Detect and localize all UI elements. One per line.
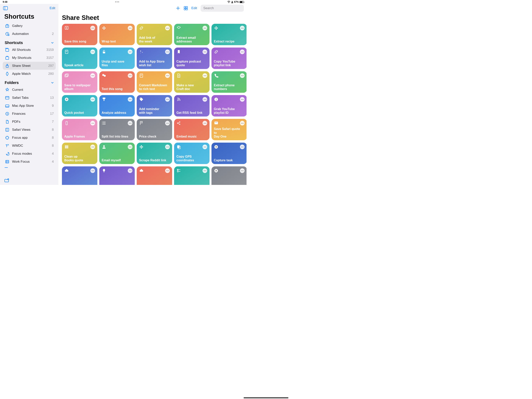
shortcut-card[interactable]: Email myself: [99, 143, 135, 164]
shortcut-card[interactable]: Apple Frames: [62, 119, 97, 140]
card-more-button[interactable]: [90, 121, 95, 125]
shortcut-card[interactable]: Price check: [137, 119, 172, 140]
sidebar-item-focusmodes[interactable]: Focus modes 4: [3, 150, 56, 158]
multitask-handle[interactable]: •••: [115, 0, 120, 4]
card-more-button[interactable]: [165, 26, 170, 30]
shortcut-card[interactable]: Capture task: [211, 143, 247, 164]
card-more-button[interactable]: [240, 121, 245, 125]
card-more-button[interactable]: [203, 145, 207, 149]
card-more-button[interactable]: [240, 26, 245, 30]
sidebar-item-my[interactable]: My Shortcuts 3157: [3, 54, 56, 62]
sidebar-item-automation[interactable]: Automation 2: [3, 30, 56, 38]
shortcut-card[interactable]: Text this song: [99, 71, 135, 93]
shortcut-card[interactable]: Analyze address: [99, 95, 135, 116]
card-more-button[interactable]: [128, 121, 133, 125]
card-title: Save Safari quote to Day One: [214, 127, 243, 138]
card-more-button[interactable]: [165, 168, 170, 173]
card-more-button[interactable]: [128, 73, 133, 78]
shortcut-card[interactable]: Get RSS feed link: [174, 95, 209, 116]
shortcut-card[interactable]: [174, 166, 209, 185]
search-input[interactable]: [203, 6, 245, 10]
card-more-button[interactable]: [203, 168, 207, 173]
add-button[interactable]: [176, 6, 180, 10]
watch-icon: [5, 71, 10, 76]
card-more-button[interactable]: [165, 121, 170, 125]
toggle-sidebar-button[interactable]: [3, 6, 8, 10]
sidebar-item-macappstore[interactable]: Mac App Store 9: [3, 102, 56, 110]
sidebar-item-wwdc[interactable]: WWDC 8: [3, 142, 56, 150]
shortcut-card[interactable]: Extract recipe: [211, 24, 247, 45]
shortcut-card[interactable]: Add to App Store wish list: [137, 48, 172, 69]
shortcut-card[interactable]: Add link of the week: [137, 24, 172, 45]
shortcut-card[interactable]: Grab YouTube playlist ID: [211, 95, 247, 116]
sidebar-item-safariviews[interactable]: Safari Views 8: [3, 126, 56, 134]
sidebar-item-workfocus[interactable]: Work Focus 4: [3, 158, 56, 166]
card-more-button[interactable]: [203, 97, 207, 102]
sidebar-item-share[interactable]: Share Sheet 297: [3, 62, 56, 70]
card-more-button[interactable]: [128, 50, 133, 54]
shortcut-card[interactable]: [211, 166, 247, 185]
card-more-button[interactable]: [240, 50, 245, 54]
main-edit-button[interactable]: Edit: [191, 6, 197, 10]
card-more-button[interactable]: [165, 73, 170, 78]
card-more-button[interactable]: [128, 145, 133, 149]
sidebar-item-finances[interactable]: $ Finances 17: [3, 110, 56, 118]
card-more-button[interactable]: [203, 121, 207, 125]
shortcut-card[interactable]: Copy YouTube playlist link: [211, 48, 247, 69]
shortcut-card[interactable]: Capture podcast quote: [174, 48, 209, 69]
shortcut-card[interactable]: Speak article: [62, 48, 97, 69]
sidebar-item-focusapp[interactable]: Focus app 8: [3, 134, 56, 142]
shortcut-card[interactable]: [137, 166, 172, 185]
sidebar-section-shortcuts[interactable]: Shortcuts: [3, 38, 56, 46]
card-more-button[interactable]: [240, 97, 245, 102]
main: Edit Share Sheet Save this song Wrap tex…: [58, 4, 247, 185]
shortcut-card[interactable]: [62, 166, 97, 185]
card-more-button[interactable]: [165, 50, 170, 54]
card-more-button[interactable]: [90, 168, 95, 173]
shortcut-card[interactable]: Quick pocket: [62, 95, 97, 116]
shortcut-card[interactable]: Embed music: [174, 119, 209, 140]
shortcut-card[interactable]: Extract phone numbers: [211, 71, 247, 93]
sidebar-item-current[interactable]: Current: [3, 86, 56, 94]
sidebar-item-gallery[interactable]: Gallery: [3, 22, 56, 30]
card-more-button[interactable]: [90, 50, 95, 54]
card-more-button[interactable]: [90, 145, 95, 149]
shortcut-card[interactable]: Clean up Books quote: [62, 143, 97, 164]
card-more-button[interactable]: [165, 97, 170, 102]
card-more-button[interactable]: [165, 145, 170, 149]
card-more-button[interactable]: [203, 50, 207, 54]
new-folder-button[interactable]: [0, 176, 58, 185]
card-more-button[interactable]: [128, 26, 133, 30]
shortcut-card[interactable]: Make a new Craft doc: [174, 71, 209, 93]
sidebar-item-pdfs[interactable]: PDFs 7: [3, 118, 56, 126]
card-more-button[interactable]: [90, 97, 95, 102]
card-more-button[interactable]: [128, 168, 133, 173]
card-more-button[interactable]: [90, 73, 95, 78]
sidebar-item-safaritabs[interactable]: Safari Tabs 13: [3, 94, 56, 102]
shortcut-card[interactable]: Scrape Reddit link: [137, 143, 172, 164]
shortcut-card[interactable]: Extract email addresses: [174, 24, 209, 45]
sidebar-item-all[interactable]: All Shortcuts 3159: [3, 46, 56, 54]
sidebar-edit-button[interactable]: Edit: [50, 6, 55, 10]
shortcut-card[interactable]: Unzip and save files: [99, 48, 135, 69]
shortcut-card[interactable]: Copy GPS coordinates: [174, 143, 209, 164]
card-more-button[interactable]: [240, 145, 245, 149]
card-more-button[interactable]: [240, 168, 245, 173]
shortcut-card[interactable]: Save this song: [62, 24, 97, 45]
grid-view-button[interactable]: [184, 6, 188, 10]
sidebar-section-folders[interactable]: Folders: [3, 78, 56, 86]
card-more-button[interactable]: [128, 97, 133, 102]
shortcut-card[interactable]: Save Safari quote to Day One: [211, 119, 247, 140]
shortcut-card[interactable]: [99, 166, 135, 185]
card-more-button[interactable]: [203, 73, 207, 78]
card-more-button[interactable]: [90, 26, 95, 30]
card-more-button[interactable]: [203, 26, 207, 30]
shortcut-card[interactable]: Convert Markdown to rich text: [137, 71, 172, 93]
shortcut-card[interactable]: Wrap text: [99, 24, 135, 45]
shortcut-card[interactable]: Split list into lines: [99, 119, 135, 140]
sidebar-item-watch[interactable]: Apple Watch 280: [3, 70, 56, 78]
search-box[interactable]: [201, 5, 244, 12]
shortcut-card[interactable]: Add reminder with tags: [137, 95, 172, 116]
card-more-button[interactable]: [240, 73, 245, 78]
shortcut-card[interactable]: Save to wallpaper album: [62, 71, 97, 93]
